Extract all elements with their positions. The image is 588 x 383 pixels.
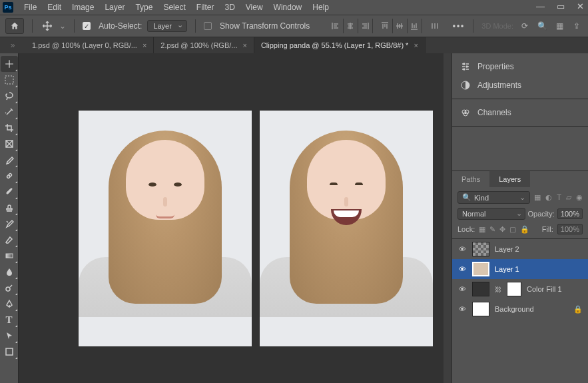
more-options-icon[interactable]: ••• (453, 21, 465, 31)
align-bottom-icon[interactable] (408, 19, 422, 33)
align-vcenter-icon[interactable] (393, 19, 408, 33)
filter-smart-icon[interactable]: ◉ (576, 193, 583, 202)
visibility-toggle-icon[interactable]: 👁 (457, 244, 467, 254)
layer-thumbnail[interactable] (472, 262, 489, 276)
layer-row[interactable]: 👁 ⛓ Color Fill 1 (452, 279, 588, 299)
lock-all-icon[interactable]: 🔒 (520, 225, 529, 234)
history-brush-tool[interactable] (1, 216, 18, 232)
healing-tool[interactable] (1, 168, 18, 184)
lock-pixels-icon[interactable]: ▦ (479, 225, 485, 234)
brush-tool[interactable] (1, 184, 18, 200)
workspace-icon[interactable]: ▦ (553, 20, 565, 32)
layer-name[interactable]: Layer 2 (495, 245, 583, 253)
filter-pixel-icon[interactable]: ▦ (534, 193, 541, 202)
layer-filter-dropdown[interactable]: 🔍 Kind ⌄ (457, 191, 530, 204)
search-icon[interactable]: 🔍 (536, 20, 548, 32)
separator (473, 19, 473, 33)
layer-row[interactable]: 👁 Layer 1 (452, 259, 588, 279)
shape-tool[interactable] (1, 344, 18, 360)
move-tool[interactable] (1, 56, 18, 72)
paths-tab[interactable]: Paths (452, 171, 489, 187)
pen-tool[interactable] (1, 296, 18, 312)
layer-thumbnail[interactable] (472, 242, 489, 256)
align-hcenter-icon[interactable] (344, 19, 358, 33)
move-tool-icon[interactable] (41, 19, 54, 33)
chevron-down-icon[interactable]: ⌄ (59, 21, 66, 31)
menu-view[interactable]: View (240, 0, 268, 15)
orbit-icon[interactable]: ⟳ (519, 20, 531, 32)
blend-mode-dropdown[interactable]: Normal (457, 208, 525, 220)
svg-point-8 (463, 69, 465, 70)
properties-icon (460, 61, 471, 72)
adjustments-panel-header[interactable]: Adjustments (452, 76, 588, 95)
maximize-icon[interactable]: ▭ (557, 1, 565, 11)
menu-select[interactable]: Select (158, 0, 190, 15)
menu-image[interactable]: Image (67, 0, 99, 15)
menu-help[interactable]: Help (307, 0, 334, 15)
tab-close-icon[interactable]: × (414, 41, 418, 49)
show-transform-checkbox[interactable] (204, 22, 212, 30)
lasso-tool[interactable] (1, 88, 18, 104)
magic-wand-tool[interactable] (1, 104, 18, 120)
blur-tool[interactable] (1, 264, 18, 280)
document-tab-2[interactable]: 2.psd @ 100% (RGB/... × (154, 37, 254, 53)
marquee-tool[interactable] (1, 72, 18, 88)
eyedropper-tool[interactable] (1, 152, 18, 168)
tab-close-icon[interactable]: × (143, 41, 147, 49)
dodge-tool[interactable] (1, 280, 18, 296)
channels-panel-header[interactable]: Channels (452, 103, 588, 122)
fill-value[interactable]: 100% (557, 224, 583, 234)
close-icon[interactable]: ✕ (577, 1, 584, 11)
menu-layer[interactable]: Layer (99, 0, 130, 15)
filter-shape-icon[interactable]: ▱ (566, 193, 571, 202)
path-select-tool[interactable] (1, 328, 18, 344)
vertical-scrollbar[interactable] (443, 53, 451, 383)
home-button[interactable] (5, 18, 24, 34)
share-icon[interactable]: ⇪ (571, 20, 583, 32)
document-tab-1[interactable]: 1.psd @ 100% (Layer 0, RGB/... × (25, 37, 154, 53)
auto-select-dropdown[interactable]: Layer (147, 20, 187, 32)
layer-name[interactable]: Background (495, 305, 568, 313)
menu-edit[interactable]: Edit (42, 0, 67, 15)
tab-close-icon[interactable]: × (242, 41, 246, 49)
mask-link-icon[interactable]: ⛓ (495, 286, 501, 293)
menu-type[interactable]: Type (130, 0, 158, 15)
frame-tool[interactable] (1, 136, 18, 152)
menu-filter[interactable]: Filter (191, 0, 220, 15)
layer-mask-thumbnail[interactable] (507, 282, 521, 296)
lock-position-icon[interactable]: ✥ (499, 225, 505, 234)
layer-thumbnail[interactable] (472, 302, 489, 316)
align-top-icon[interactable] (378, 19, 393, 33)
layer-name[interactable]: Color Fill 1 (527, 285, 583, 293)
menu-window[interactable]: Window (268, 0, 308, 15)
stamp-tool[interactable] (1, 200, 18, 216)
type-tool[interactable]: T (1, 312, 18, 328)
visibility-toggle-icon[interactable]: 👁 (457, 304, 467, 314)
auto-select-checkbox[interactable]: ✓ (83, 22, 91, 30)
layers-tab[interactable]: Layers (489, 171, 530, 187)
document-tab-3[interactable]: Clipping panda @ 55.1% (Layer 1, RGB/8#)… (254, 37, 426, 53)
tabs-handle-icon[interactable]: » (0, 37, 25, 53)
visibility-toggle-icon[interactable]: 👁 (457, 264, 467, 274)
lock-brush-icon[interactable]: ✎ (489, 225, 495, 234)
visibility-toggle-icon[interactable]: 👁 (457, 284, 467, 294)
distribute-icon[interactable] (428, 19, 442, 33)
layer-thumbnail[interactable] (472, 282, 489, 296)
crop-tool[interactable] (1, 120, 18, 136)
properties-panel-header[interactable]: Properties (452, 57, 588, 76)
canvas[interactable] (19, 53, 451, 383)
minimize-icon[interactable]: — (536, 1, 545, 11)
menu-3d[interactable]: 3D (219, 0, 240, 15)
menu-file[interactable]: File (19, 0, 42, 15)
gradient-tool[interactable] (1, 248, 18, 264)
opacity-value[interactable]: 100% (557, 208, 583, 219)
layer-row[interactable]: 👁 Layer 2 (452, 239, 588, 259)
lock-artboard-icon[interactable]: ▢ (509, 225, 516, 234)
layer-row[interactable]: 👁 Background 🔒 (452, 299, 588, 319)
filter-adjust-icon[interactable]: ◐ (545, 193, 552, 202)
align-right-icon[interactable] (358, 19, 373, 33)
layer-name[interactable]: Layer 1 (495, 265, 583, 273)
filter-type-icon[interactable]: T (557, 193, 561, 202)
align-left-icon[interactable] (329, 19, 344, 33)
eraser-tool[interactable] (1, 232, 18, 248)
